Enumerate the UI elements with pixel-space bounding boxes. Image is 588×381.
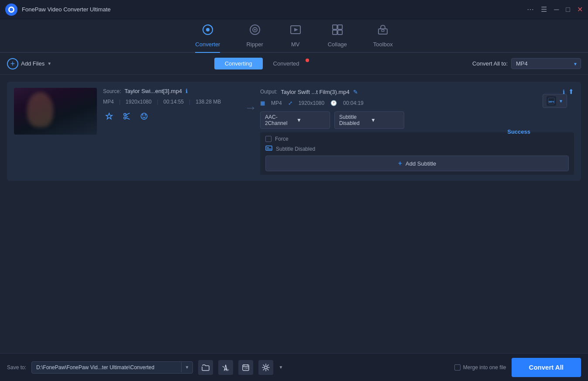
save-path-input[interactable] [32, 362, 181, 373]
main-content: Source: Taylor Swi...ent[3].mp4 ℹ MP4 | … [0, 75, 588, 347]
subtitle-disabled-row: Subtitle Disabled [265, 145, 569, 153]
source-duration: 00:14:55 [163, 99, 184, 105]
cut-button[interactable] [120, 110, 133, 122]
ripper-icon [249, 24, 261, 38]
svg-point-36 [265, 366, 267, 369]
file-source-row: Source: Taylor Swi...ent[3].mp4 ℹ [103, 88, 241, 94]
svg-line-29 [223, 366, 224, 367]
source-size: 138.28 MB [196, 99, 221, 105]
close-button[interactable]: ✕ [577, 6, 583, 13]
format-select[interactable]: MP4 AVI MKV MOV [511, 58, 581, 69]
add-files-button[interactable]: + Add Files ▼ [7, 58, 52, 69]
svg-point-21 [144, 117, 145, 118]
format-badge[interactable]: MP4 ▼ [543, 94, 567, 108]
enhance-button[interactable] [103, 110, 115, 122]
subtitle-dropdown[interactable]: Subtitle Disabled ▼ [334, 111, 404, 129]
converted-tab[interactable]: Converted [263, 58, 310, 69]
add-subtitle-plus-icon: + [398, 159, 402, 167]
subtitle-disabled-label: Subtitle Disabled [276, 146, 315, 152]
output-duration: 00:04:19 [343, 100, 364, 106]
add-subtitle-button[interactable]: + Add Subtitle [265, 156, 569, 171]
mp4-badge-icon: MP4 [547, 96, 556, 106]
nav-tabs: Converter Ripper MV [0, 19, 588, 53]
tab-toolbox[interactable]: Toolbox [373, 24, 393, 52]
svg-rect-24 [266, 146, 272, 150]
merge-label: Merge into one file [463, 364, 506, 371]
open-folder-button[interactable] [198, 360, 213, 375]
add-files-plus-icon: + [7, 58, 18, 69]
save-path-dropdown-icon[interactable]: ▼ [181, 362, 193, 372]
output-top-row: Output: Taylor Swift ...t Film(3).mp4 ✎ … [260, 88, 574, 96]
minimize-button[interactable]: ─ [554, 6, 559, 13]
svg-text:OFF: OFF [225, 369, 229, 371]
tab-collage-label: Collage [328, 41, 347, 48]
svg-point-23 [145, 117, 146, 118]
conversion-tabs: Converting Converted [214, 58, 310, 69]
svg-marker-12 [106, 113, 112, 119]
svg-rect-6 [333, 25, 337, 29]
output-duration-icon: 🕐 [330, 100, 337, 106]
merge-check: Merge into one file [454, 364, 506, 371]
tab-ripper-label: Ripper [246, 41, 263, 48]
audio-dropdown[interactable]: AAC-2Channel ▼ [260, 111, 330, 129]
file-meta: MP4 | 1920x1080 | 00:14:55 | 138.28 MB [103, 99, 241, 105]
output-download-icon[interactable]: ⬆ [568, 88, 574, 96]
tab-converter[interactable]: Converter [195, 24, 220, 53]
subtitle-section: Force Subtitle Disabled + [260, 132, 574, 175]
output-resolution: 1920x1080 [299, 100, 324, 106]
notification-dot [306, 59, 309, 62]
settings-arrow[interactable]: ▼ [279, 365, 283, 370]
svg-line-17 [126, 116, 128, 117]
thumbnail-image [14, 88, 97, 135]
maximize-button[interactable]: □ [566, 6, 570, 13]
source-format: MP4 [103, 99, 114, 105]
convert-all-to-label: Convert All to: [472, 60, 508, 67]
add-files-label: Add Files [21, 60, 45, 67]
svg-point-14 [124, 117, 126, 119]
hamburger-icon[interactable]: ☰ [541, 6, 547, 13]
subtitle-dropdown-label: Subtitle Disabled [339, 114, 368, 126]
force-row: Force [265, 136, 569, 142]
merge-checkbox[interactable] [454, 364, 461, 371]
output-meta: ▦ MP4 ⤢ 1920x1080 🕐 00:04:19 [260, 100, 574, 106]
force-checkbox[interactable] [265, 136, 272, 142]
tab-ripper[interactable]: Ripper [246, 24, 263, 52]
convert-all-button[interactable]: Convert All [512, 358, 581, 377]
svg-line-16 [126, 118, 130, 119]
output-section: Output: Taylor Swift ...t Film(3).mp4 ✎ … [260, 88, 574, 175]
svg-point-22 [142, 117, 143, 118]
file-info: Source: Taylor Swi...ent[3].mp4 ℹ MP4 | … [103, 88, 241, 122]
save-path-wrap: ▼ [31, 361, 193, 374]
format-badge-box[interactable]: MP4 ▼ [543, 94, 567, 108]
file-card-inner: Source: Taylor Swi...ent[3].mp4 ℹ MP4 | … [14, 88, 574, 175]
svg-point-18 [141, 113, 147, 119]
mv-icon [289, 24, 302, 38]
output-resolution-icon: ⤢ [288, 100, 292, 106]
tab-mv[interactable]: MV [289, 24, 302, 52]
scheduler-button[interactable]: OFF [238, 360, 253, 375]
output-filename: Taylor Swift ...t Film(3).mp4 [281, 89, 349, 95]
converting-tab[interactable]: Converting [214, 58, 263, 69]
subtitle-text-icon [265, 145, 272, 153]
source-resolution: 1920x1080 [126, 99, 151, 105]
source-info-icon[interactable]: ℹ [186, 88, 188, 94]
speed-button[interactable]: OFF [218, 360, 233, 375]
tab-toolbox-label: Toolbox [373, 41, 393, 48]
tab-collage[interactable]: Collage [328, 24, 347, 52]
left-section: Source: Taylor Swi...ent[3].mp4 ℹ MP4 | … [14, 88, 241, 135]
effects-button[interactable] [138, 110, 150, 122]
settings-button[interactable] [258, 360, 273, 375]
convert-all-to-section: Convert All to: MP4 AVI MKV MOV [472, 58, 581, 69]
format-badge-arrow-icon: ▼ [559, 99, 563, 104]
source-filename: Taylor Swi...ent[3].mp4 [124, 88, 182, 94]
menu-icon[interactable]: ⋯ [527, 6, 534, 13]
svg-line-15 [126, 113, 130, 115]
svg-text:MP4: MP4 [549, 100, 554, 103]
edit-output-icon[interactable]: ✎ [353, 89, 358, 95]
add-subtitle-label: Add Subtitle [406, 160, 436, 167]
audio-dropdown-arrow: ▼ [296, 117, 325, 123]
format-select-wrap: MP4 AVI MKV MOV [511, 58, 581, 69]
svg-point-19 [142, 114, 144, 116]
save-to-label: Save to: [7, 364, 26, 371]
arrow-right-icon: → [244, 101, 257, 115]
